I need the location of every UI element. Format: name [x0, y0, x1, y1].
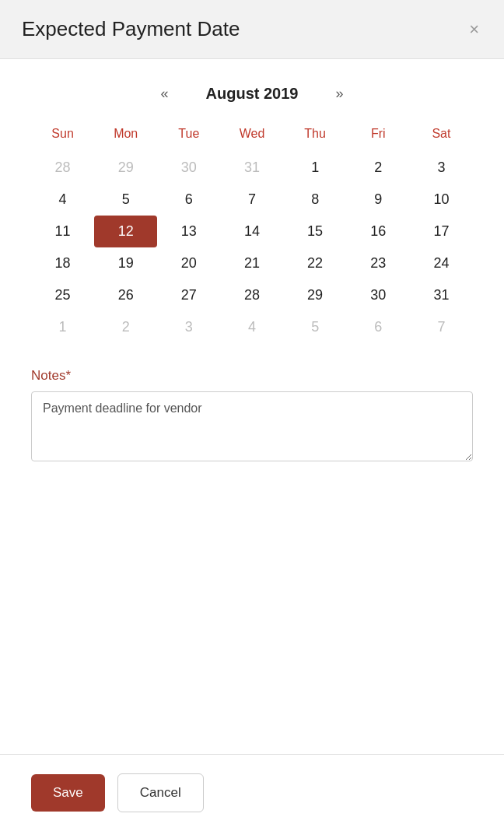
- calendar-day[interactable]: 12: [94, 216, 157, 247]
- close-button[interactable]: ×: [466, 18, 482, 41]
- notes-textarea[interactable]: [31, 391, 473, 461]
- calendar-day[interactable]: 29: [284, 279, 347, 311]
- calendar-day: 1: [31, 311, 94, 343]
- calendar-day[interactable]: 22: [284, 247, 347, 279]
- calendar-day[interactable]: 10: [410, 184, 473, 216]
- calendar-day[interactable]: 1: [284, 152, 347, 184]
- calendar-day[interactable]: 17: [410, 216, 473, 247]
- calendar-week-0: 28293031123: [31, 152, 473, 184]
- calendar-day[interactable]: 20: [157, 247, 220, 279]
- calendar-day: 29: [94, 152, 157, 184]
- calendar-grid: SunMonTueWedThuFriSat 282930311234567891…: [31, 121, 473, 343]
- calendar-day[interactable]: 30: [347, 279, 410, 311]
- calendar-day[interactable]: 25: [31, 279, 94, 311]
- day-header-sat: Sat: [410, 121, 473, 152]
- calendar: « August 2019 » SunMonTueWedThuFriSat 28…: [31, 82, 473, 343]
- calendar-day: 31: [220, 152, 283, 184]
- day-header-thu: Thu: [284, 121, 347, 152]
- modal-title: Expected Payment Date: [22, 17, 240, 41]
- calendar-week-1: 45678910: [31, 184, 473, 216]
- calendar-day[interactable]: 8: [284, 184, 347, 216]
- calendar-day[interactable]: 5: [94, 184, 157, 216]
- calendar-day[interactable]: 15: [284, 216, 347, 247]
- month-year-label: August 2019: [206, 85, 299, 103]
- day-header-wed: Wed: [220, 121, 283, 152]
- modal-header: Expected Payment Date ×: [0, 0, 504, 59]
- calendar-day[interactable]: 4: [31, 184, 94, 216]
- calendar-day[interactable]: 11: [31, 216, 94, 247]
- modal: Expected Payment Date × « August 2019 » …: [0, 0, 504, 831]
- calendar-week-5: 1234567: [31, 311, 473, 343]
- calendar-day: 30: [157, 152, 220, 184]
- day-headers-row: SunMonTueWedThuFriSat: [31, 121, 473, 152]
- calendar-body: 2829303112345678910111213141516171819202…: [31, 152, 473, 343]
- modal-footer: Save Cancel: [0, 754, 504, 831]
- next-month-button[interactable]: »: [329, 82, 349, 105]
- calendar-day: 4: [220, 311, 283, 343]
- calendar-day[interactable]: 16: [347, 216, 410, 247]
- calendar-day[interactable]: 23: [347, 247, 410, 279]
- calendar-week-4: 25262728293031: [31, 279, 473, 311]
- calendar-day[interactable]: 21: [220, 247, 283, 279]
- calendar-day[interactable]: 3: [410, 152, 473, 184]
- calendar-day: 28: [31, 152, 94, 184]
- calendar-day[interactable]: 13: [157, 216, 220, 247]
- calendar-day[interactable]: 24: [410, 247, 473, 279]
- prev-month-button[interactable]: «: [155, 82, 175, 105]
- calendar-day[interactable]: 19: [94, 247, 157, 279]
- calendar-day[interactable]: 14: [220, 216, 283, 247]
- calendar-day: 6: [347, 311, 410, 343]
- cancel-button[interactable]: Cancel: [117, 773, 204, 812]
- calendar-week-3: 18192021222324: [31, 247, 473, 279]
- day-header-sun: Sun: [31, 121, 94, 152]
- save-button[interactable]: Save: [31, 774, 105, 812]
- calendar-day[interactable]: 26: [94, 279, 157, 311]
- day-header-fri: Fri: [347, 121, 410, 152]
- calendar-day[interactable]: 18: [31, 247, 94, 279]
- calendar-day[interactable]: 9: [347, 184, 410, 216]
- calendar-day[interactable]: 28: [220, 279, 283, 311]
- calendar-day: 7: [410, 311, 473, 343]
- calendar-day[interactable]: 27: [157, 279, 220, 311]
- calendar-day: 5: [284, 311, 347, 343]
- calendar-day[interactable]: 7: [220, 184, 283, 216]
- notes-section: Notes*: [31, 368, 473, 465]
- calendar-day[interactable]: 6: [157, 184, 220, 216]
- calendar-nav: « August 2019 »: [31, 82, 473, 105]
- calendar-day[interactable]: 31: [410, 279, 473, 311]
- notes-label: Notes*: [31, 368, 473, 384]
- calendar-day: 2: [94, 311, 157, 343]
- calendar-week-2: 11121314151617: [31, 216, 473, 247]
- modal-body: « August 2019 » SunMonTueWedThuFriSat 28…: [0, 59, 504, 754]
- calendar-day[interactable]: 2: [347, 152, 410, 184]
- day-header-tue: Tue: [157, 121, 220, 152]
- day-header-mon: Mon: [94, 121, 157, 152]
- calendar-day: 3: [157, 311, 220, 343]
